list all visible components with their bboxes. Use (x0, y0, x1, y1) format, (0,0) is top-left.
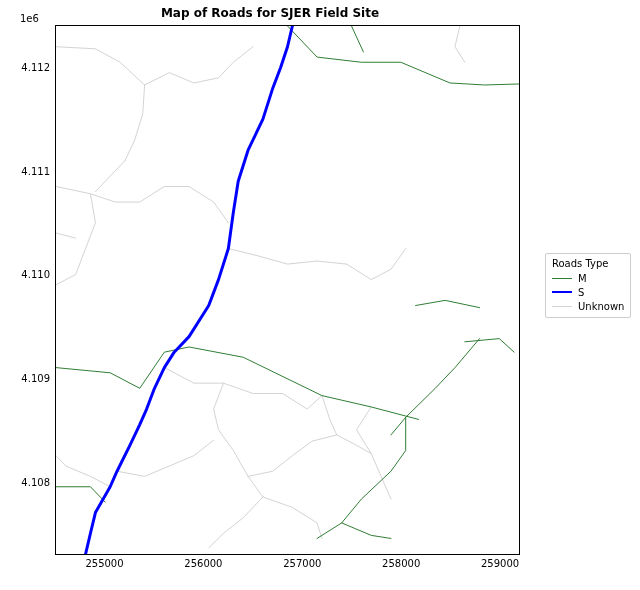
road-unknown (455, 26, 465, 62)
road-m (288, 26, 520, 85)
plot-title: Map of Roads for SJER Field Site (0, 6, 540, 20)
road-unknown (56, 233, 76, 238)
map-canvas (56, 26, 519, 554)
road-unknown (145, 47, 253, 85)
road-m (391, 339, 480, 435)
road-m (342, 417, 406, 523)
legend-label: Unknown (578, 301, 624, 312)
road-m (56, 347, 419, 419)
plot-axes (55, 25, 520, 555)
legend: Roads Type M S Unknown (545, 253, 631, 318)
road-unknown (56, 456, 110, 487)
road-unknown (164, 368, 322, 409)
x-tick: 256000 (184, 558, 222, 569)
figure: Map of Roads for SJER Field Site 1e6 255… (0, 0, 640, 590)
road-m (416, 300, 480, 307)
legend-item-unknown: Unknown (552, 299, 624, 313)
road-m (352, 26, 364, 52)
y-axis-exponent: 1e6 (20, 13, 39, 24)
road-unknown (347, 249, 406, 280)
road-m (317, 523, 391, 539)
x-tick: 258000 (382, 558, 420, 569)
road-unknown (56, 186, 228, 222)
y-tick: 4.108 (21, 477, 50, 488)
legend-item-m: M (552, 271, 624, 285)
road-unknown (125, 85, 145, 161)
legend-item-s: S (552, 285, 624, 299)
road-unknown (263, 497, 322, 538)
y-tick: 4.110 (21, 269, 50, 280)
y-tick: 4.109 (21, 373, 50, 384)
x-tick: 259000 (481, 558, 519, 569)
road-unknown (248, 435, 337, 476)
legend-title: Roads Type (552, 258, 624, 269)
road-unknown (95, 161, 125, 192)
legend-swatch-m (552, 278, 572, 279)
road-unknown (209, 497, 263, 548)
y-tick: 4.111 (21, 165, 50, 176)
legend-swatch-s (552, 291, 572, 293)
road-unknown (56, 194, 95, 285)
y-tick: 4.112 (21, 61, 50, 72)
road-m (465, 339, 514, 353)
road-unknown (56, 47, 145, 85)
x-tick: 257000 (283, 558, 321, 569)
legend-label: S (578, 287, 584, 298)
road-unknown (357, 407, 391, 499)
road-unknown (322, 396, 371, 454)
road-unknown (214, 383, 263, 497)
road-unknown (117, 440, 214, 476)
road-unknown (228, 249, 346, 265)
x-tick: 255000 (85, 558, 123, 569)
legend-label: M (578, 273, 587, 284)
legend-swatch-u (552, 306, 572, 307)
road-s (86, 26, 293, 554)
road-m (56, 487, 105, 502)
